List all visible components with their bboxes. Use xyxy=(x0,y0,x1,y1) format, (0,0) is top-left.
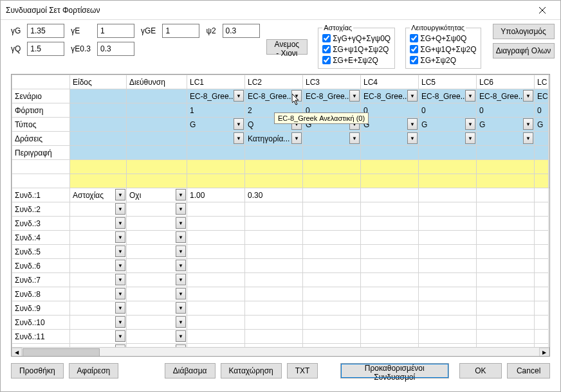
dropdown-arrow-icon[interactable]: ▼ xyxy=(291,132,302,144)
comb-lc1[interactable] xyxy=(187,301,245,316)
dropdown-arrow-icon[interactable]: ▼ xyxy=(407,118,418,130)
dropdown-arrow-icon[interactable]: ▼ xyxy=(176,330,186,342)
comb-dir[interactable]: ▼ xyxy=(127,217,187,231)
type-lc1[interactable]: G▼ xyxy=(187,118,245,132)
comb-dir[interactable]: ▼ xyxy=(127,287,187,301)
dropdown-arrow-icon[interactable]: ▼ xyxy=(349,132,360,144)
load-lc6[interactable]: 0 xyxy=(477,103,535,118)
failure-chk1[interactable] xyxy=(322,34,331,42)
service-chk1[interactable] xyxy=(410,34,418,42)
load-lc4[interactable]: 0 xyxy=(361,103,419,118)
dropdown-arrow-icon[interactable]: ▼ xyxy=(176,189,186,200)
comb-dir[interactable]: ▼ xyxy=(127,301,187,316)
dropdown-arrow-icon[interactable]: ▼ xyxy=(234,118,244,130)
actions-lc3[interactable]: ▼ xyxy=(303,132,361,146)
comb-lc2[interactable] xyxy=(245,301,303,316)
dropdown-arrow-icon[interactable]: ▼ xyxy=(115,203,125,215)
comb-dir[interactable]: ▼ xyxy=(127,231,187,245)
failure-chk2[interactable] xyxy=(322,45,331,53)
actions-lc4[interactable]: ▼ xyxy=(361,132,419,146)
dropdown-arrow-icon[interactable]: ▼ xyxy=(176,344,186,347)
dropdown-arrow-icon[interactable]: ▼ xyxy=(176,288,186,299)
ok-button[interactable]: OK xyxy=(459,363,502,379)
scenario-lc1[interactable]: EC-8_Gree...▼ xyxy=(187,89,245,103)
comb-lc1[interactable] xyxy=(187,217,245,231)
comb-lc1[interactable] xyxy=(187,316,245,330)
vertical-scrollbar[interactable] xyxy=(549,75,550,188)
dropdown-arrow-icon[interactable]: ▼ xyxy=(176,217,186,229)
dropdown-arrow-icon[interactable]: ▼ xyxy=(407,90,418,102)
horizontal-scrollbar[interactable]: ◀ ▶ xyxy=(12,347,549,357)
dropdown-arrow-icon[interactable]: ▼ xyxy=(234,132,244,144)
remove-button[interactable]: Αφαίρεση xyxy=(69,363,119,379)
dropdown-arrow-icon[interactable]: ▼ xyxy=(349,90,360,102)
scroll-thumb[interactable] xyxy=(23,348,100,357)
dropdown-arrow-icon[interactable]: ▼ xyxy=(176,245,186,257)
load-lc5[interactable]: 0 xyxy=(419,103,477,118)
load-lc7[interactable]: 0 xyxy=(535,103,549,118)
dropdown-arrow-icon[interactable]: ▼ xyxy=(465,132,475,144)
read-button[interactable]: Διάβασμα xyxy=(165,363,216,379)
dropdown-arrow-icon[interactable]: ▼ xyxy=(115,274,125,285)
comb-lc1[interactable] xyxy=(187,287,245,301)
col-lc3[interactable]: LC3 xyxy=(303,75,361,89)
comb-lc1[interactable] xyxy=(187,231,245,245)
comb-lc2[interactable] xyxy=(245,273,303,287)
dropdown-arrow-icon[interactable]: ▼ xyxy=(115,260,125,271)
comb-dir[interactable]: ▼ xyxy=(127,245,187,259)
calc-button[interactable]: Υπολογισμός xyxy=(493,24,555,39)
actions-lc5[interactable]: ▼ xyxy=(419,132,477,146)
type-lc7[interactable]: G xyxy=(535,118,549,132)
dropdown-arrow-icon[interactable]: ▼ xyxy=(176,203,186,215)
type-lc5[interactable]: G▼ xyxy=(419,118,477,132)
dropdown-arrow-icon[interactable]: ▼ xyxy=(176,231,186,243)
dropdown-arrow-icon[interactable]: ▼ xyxy=(523,90,533,102)
col-lc6[interactable]: LC6 xyxy=(477,75,535,89)
comb-kind[interactable]: ▼ xyxy=(70,301,127,316)
col-lc7[interactable]: LC xyxy=(535,75,549,89)
failure-chk3[interactable] xyxy=(322,56,331,64)
actions-lc6[interactable]: ▼ xyxy=(477,132,535,146)
delete-all-button[interactable]: Διαγραφή Ολων xyxy=(493,43,555,58)
load-lc1[interactable]: 1 xyxy=(187,103,245,118)
col-lc5[interactable]: LC5 xyxy=(419,75,477,89)
dropdown-arrow-icon[interactable]: ▼ xyxy=(115,344,125,347)
comb-dir[interactable]: ▼ xyxy=(127,344,187,348)
col-lc2[interactable]: LC2 xyxy=(245,75,303,89)
col-lc4[interactable]: LC4 xyxy=(361,75,419,89)
comb-dir[interactable]: Οχι▼ xyxy=(127,188,187,202)
scenario-lc2[interactable]: EC-8_Gree...▼ xyxy=(245,89,303,103)
comb-lc1[interactable] xyxy=(187,259,245,273)
actions-lc7[interactable] xyxy=(535,132,549,146)
comb-lc2[interactable] xyxy=(245,231,303,245)
dropdown-arrow-icon[interactable]: ▼ xyxy=(176,316,186,328)
comb-lc2[interactable] xyxy=(245,316,303,330)
actions-lc2[interactable]: Κατηγορία...▼ xyxy=(245,132,303,146)
gE03-input[interactable] xyxy=(97,42,134,56)
txt-button[interactable]: TXT xyxy=(287,363,318,379)
comb-lc2[interactable] xyxy=(245,217,303,231)
comb-lc1[interactable] xyxy=(187,202,245,217)
comb-kind[interactable]: ▼ xyxy=(70,316,127,330)
close-button[interactable] xyxy=(529,1,555,19)
gG-input[interactable] xyxy=(27,24,64,38)
scroll-right-icon[interactable]: ▶ xyxy=(539,348,549,357)
dropdown-arrow-icon[interactable]: ▼ xyxy=(234,90,244,102)
wind-snow-button[interactable]: Ανεμος - Χιονι xyxy=(266,39,308,55)
dropdown-arrow-icon[interactable]: ▼ xyxy=(115,330,125,342)
default-combinations-button[interactable]: Προκαθορισμένοι Συνδυασμοί xyxy=(340,363,449,379)
scenario-lc5[interactable]: EC-8_Gree...▼ xyxy=(419,89,477,103)
dropdown-arrow-icon[interactable]: ▼ xyxy=(176,274,186,285)
dropdown-arrow-icon[interactable]: ▼ xyxy=(465,90,475,102)
dropdown-arrow-icon[interactable]: ▼ xyxy=(115,288,125,299)
comb-dir[interactable]: ▼ xyxy=(127,316,187,330)
comb-kind[interactable]: ▼ xyxy=(70,259,127,273)
comb-lc2[interactable] xyxy=(245,259,303,273)
comb-kind[interactable]: ▼ xyxy=(70,231,127,245)
comb-lc2[interactable] xyxy=(245,202,303,217)
comb-dir[interactable]: ▼ xyxy=(127,259,187,273)
comb-kind[interactable]: ▼ xyxy=(70,273,127,287)
comb-lc2[interactable] xyxy=(245,330,303,344)
add-button[interactable]: Προσθήκη xyxy=(11,363,64,379)
comb-dir[interactable]: ▼ xyxy=(127,330,187,344)
